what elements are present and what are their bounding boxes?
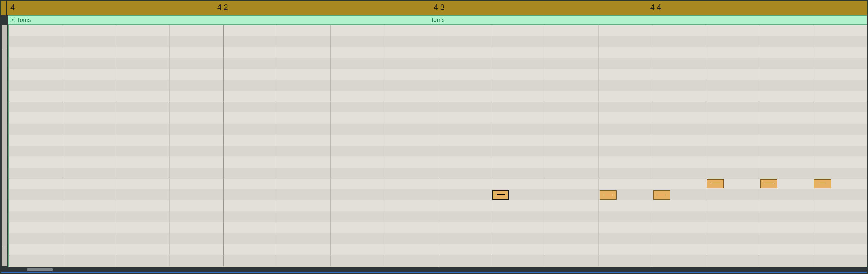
grid-vline [867, 25, 867, 266]
pitch-scrollbar[interactable] [2, 25, 7, 266]
clip-header-gutter [1, 15, 8, 24]
midi-note[interactable] [492, 190, 509, 200]
ruler-beat-label: 4 4 [650, 3, 661, 12]
play-clip-icon[interactable] [10, 18, 15, 22]
note-grid[interactable] [8, 24, 867, 267]
midi-note[interactable] [761, 179, 777, 188]
midi-note[interactable] [599, 190, 617, 200]
midi-note[interactable] [814, 179, 831, 188]
midi-editor-main [1, 24, 867, 267]
note-velocity-bar [711, 184, 719, 184]
note-velocity-bar [604, 195, 613, 195]
ruler-beat-label: 4 3 [434, 3, 444, 12]
midi-note[interactable] [707, 179, 724, 188]
note-velocity-bar [765, 184, 773, 184]
clip-name-center: Toms [430, 17, 445, 23]
clip-header[interactable]: Toms Toms [8, 15, 867, 24]
note-velocity-bar [497, 194, 505, 195]
editor-left-gutter[interactable] [1, 24, 8, 267]
midi-note[interactable] [653, 190, 670, 200]
ruler-bar-start-tick [6, 1, 7, 14]
svg-marker-0 [12, 19, 14, 21]
horizontal-scrollbar-thumb[interactable] [27, 268, 53, 271]
ruler-bar-label: 4 [10, 3, 14, 12]
timeline-ruler[interactable]: 4 4 2 4 3 4 4 [1, 1, 867, 15]
clip-header-row: Toms Toms [1, 15, 867, 24]
note-velocity-bar [657, 195, 666, 195]
note-velocity-bar [818, 184, 827, 184]
clip-name-left: Toms [17, 17, 31, 23]
horizontal-scrollbar-track[interactable] [1, 267, 867, 272]
bottom-accent-bar [1, 272, 867, 273]
ruler-beat-label: 4 2 [217, 3, 228, 12]
